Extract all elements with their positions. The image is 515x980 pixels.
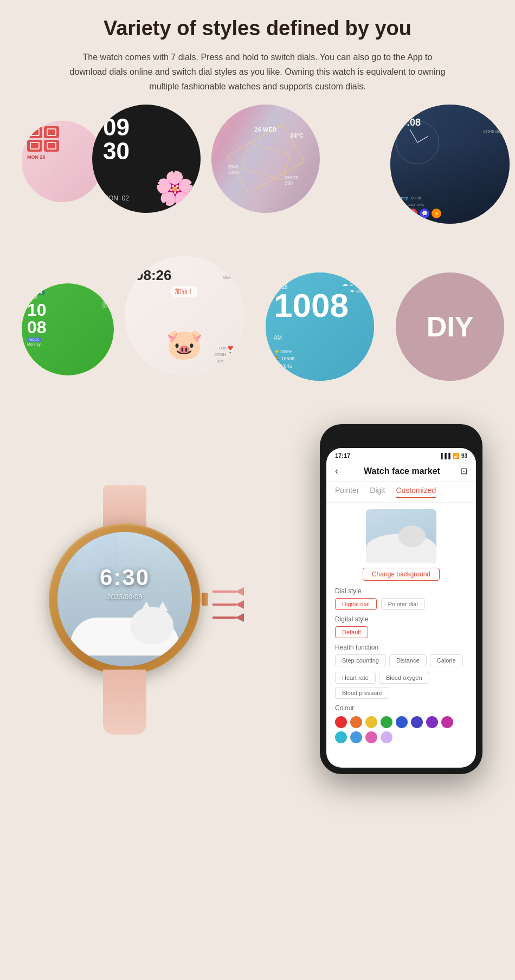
color-dot-3[interactable] <box>381 716 392 728</box>
color-dot-4[interactable] <box>396 716 408 728</box>
watch-face-6: 08:26 FRI06-27 加油！ 🐷 098 ❤️07694 🏃3846 ⭐… <box>125 256 244 375</box>
watch-face-diy: DIY <box>396 272 504 381</box>
watch-time-display: 6:30 2023/09/08 <box>100 564 150 601</box>
face7-time: 1008 <box>274 289 349 322</box>
phone-body: 17:17 ▐▐▐ 📶 93 ‹ Watch face market ⊡ <box>320 424 482 774</box>
dial-style-label: Dial style <box>335 587 467 595</box>
phone-content: Change background Dial style Digital dia… <box>326 503 476 750</box>
color-dot-11[interactable] <box>381 731 392 743</box>
watch-container: 6:30 2023/09/08 <box>22 464 228 735</box>
arrow-shape-2 <box>214 601 244 608</box>
arrow-3 <box>214 614 244 621</box>
face7-stats: ⚡100% 🏃 10538 🔥 7645 <box>274 348 295 371</box>
colour-label: Colour <box>335 704 467 712</box>
arrow-2 <box>214 601 244 608</box>
wifi-icon: 📶 <box>453 453 459 459</box>
default-style-button[interactable]: Default <box>335 626 368 638</box>
digital-dial-button[interactable]: Digital dial <box>335 598 377 610</box>
battery-label: 93 <box>461 453 467 459</box>
color-dot-7[interactable] <box>441 716 453 728</box>
health-function-buttons: Step-counting Distance Calorie <box>335 654 467 666</box>
signal-icon: ▐▐▐ <box>439 453 450 459</box>
color-dot-2[interactable] <box>365 716 377 728</box>
status-icons: ▐▐▐ 📶 93 <box>439 453 467 459</box>
watch-face-7: MON10-18 ☁ 24°C ❤ 098 1008 AM ⚡100% 🏃 10… <box>266 272 374 381</box>
phone-tabs: Pointer Digit Customized <box>326 482 476 503</box>
color-dot-0[interactable] <box>335 716 347 728</box>
watch-strap-bottom <box>103 670 146 735</box>
arrow-shape-1 <box>214 588 244 595</box>
watch-face-5: Fitting 12-23 1008 WEEK Monday NUMBEROF … <box>22 283 114 375</box>
face6-time-display: 08:26 <box>136 267 172 284</box>
watch-screen-content: 6:30 2023/09/08 <box>57 532 192 666</box>
watch-case: 6:30 2023/09/08 <box>49 523 201 675</box>
page-title: Variety of styles defined by you <box>22 16 493 41</box>
colour-dots-row <box>335 716 467 743</box>
watch-face-1: MON 26 <box>22 121 103 202</box>
face5-fitting-label: Fitting <box>27 289 45 295</box>
face2-time-display: 0930 <box>103 115 130 163</box>
dial-style-buttons: Digital dial Pointer dial <box>335 598 467 610</box>
health-function-buttons-row2: Heart rate Blood oxygen Blood pressure <box>335 672 467 699</box>
watch-face-3: 24°C 3846100% 05673098 26 WED <box>211 105 320 213</box>
watch-crown <box>202 593 208 606</box>
arrow-1 <box>214 588 244 595</box>
watch-faces-grid: MON 26 0930 MON 02 🌸 24°C 3846100% 05673… <box>22 105 493 408</box>
step-counting-button[interactable]: Step-counting <box>335 654 386 666</box>
tab-digit[interactable]: Digit <box>370 486 385 498</box>
distance-button[interactable]: Distance <box>389 654 427 666</box>
watch-crown-btn-1 <box>202 593 208 606</box>
phone-notch <box>369 431 434 446</box>
watch-screen: 6:30 2023/09/08 <box>57 532 192 666</box>
face2-date-display: MON 02 <box>103 194 129 202</box>
calorie-button[interactable]: Calorie <box>430 654 463 666</box>
health-function-label: Health function <box>335 644 467 651</box>
phone-screen-title: Watch face market <box>344 466 460 476</box>
digital-style-buttons: Default <box>335 626 467 638</box>
diy-label: DIY <box>427 310 474 343</box>
bottom-section: 6:30 2023/09/08 <box>22 424 493 774</box>
watch-face-2: 0930 MON 02 🌸 <box>92 105 201 213</box>
watch-time-text: 6:30 <box>100 564 150 590</box>
tab-pointer[interactable]: Pointer <box>335 486 359 498</box>
arrows-container <box>214 588 244 621</box>
color-dot-1[interactable] <box>350 716 362 728</box>
phone-screen: 17:17 ▐▐▐ 📶 93 ‹ Watch face market ⊡ <box>326 448 476 768</box>
heart-rate-button[interactable]: Heart rate <box>335 672 376 684</box>
watch-strap-top <box>103 485 146 529</box>
color-dot-9[interactable] <box>350 731 362 743</box>
arrow-shape-3 <box>214 614 244 621</box>
blood-oxygen-button[interactable]: Blood oxygen <box>379 672 429 684</box>
face2-flower-icon: 🌸 <box>154 169 195 207</box>
page-wrapper: Variety of styles defined by you The wat… <box>0 0 515 796</box>
blood-pressure-button[interactable]: Blood pressure <box>335 687 389 699</box>
watch-face-4: 098 bpm WED 10:08 06/27 07645 steps ● sl… <box>390 105 510 224</box>
bookmark-icon[interactable]: ⊡ <box>460 466 467 476</box>
phone-nav-bar: ‹ Watch face market ⊡ <box>326 461 476 482</box>
watch-body: 6:30 2023/09/08 <box>49 523 201 675</box>
phone-status-bar: 17:17 ▐▐▐ 📶 93 <box>326 448 476 461</box>
phone-container: 17:17 ▐▐▐ 📶 93 ‹ Watch face market ⊡ <box>309 424 493 774</box>
digital-style-label: Digital style <box>335 615 467 623</box>
color-dot-10[interactable] <box>365 731 377 743</box>
color-dot-6[interactable] <box>426 716 438 728</box>
back-icon[interactable]: ‹ <box>335 465 338 477</box>
page-subtitle: The watch comes with 7 dials. Press and … <box>68 50 447 94</box>
tab-customized[interactable]: Customized <box>396 486 436 498</box>
color-dot-5[interactable] <box>411 716 423 728</box>
color-dot-8[interactable] <box>335 731 347 743</box>
phone-preview-image <box>366 509 436 563</box>
status-time: 17:17 <box>335 452 350 459</box>
pointer-dial-button[interactable]: Pointer dial <box>381 598 425 610</box>
face6-date-display: FRI06-27 <box>223 267 236 281</box>
header-section: Variety of styles defined by you The wat… <box>22 16 493 94</box>
watch-date-text: 2023/09/08 <box>100 593 150 601</box>
change-background-button[interactable]: Change background <box>363 568 440 581</box>
